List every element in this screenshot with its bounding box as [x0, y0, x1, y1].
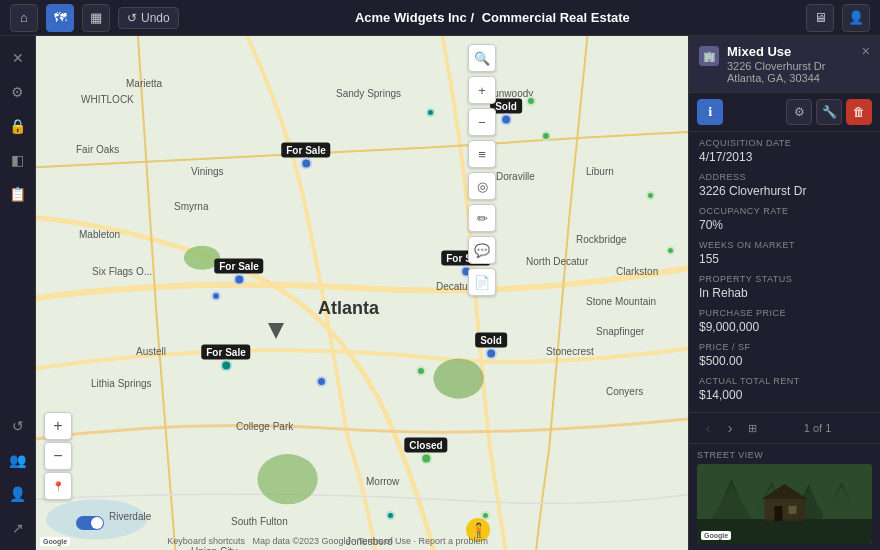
marker-label-forsale-2: For Sale [214, 259, 263, 274]
field-actual-rent: ACTUAL TOTAL RENT $14,000 [699, 376, 870, 402]
green-pin-1[interactable] [526, 96, 536, 106]
marker-forsale-2[interactable]: For Sale [214, 259, 263, 286]
blue-pin-1[interactable] [316, 376, 327, 387]
nav-count: 1 of 1 [763, 422, 872, 434]
value-occupancy: 70% [699, 218, 870, 232]
undo-button[interactable]: ↺ Undo [118, 7, 179, 29]
svg-point-2 [433, 358, 483, 398]
marker-pin-sold-1 [500, 114, 512, 126]
field-address: ADDRESS 3226 Cloverhurst Dr [699, 172, 870, 198]
field-property-status: PROPERTY STATUS In Rehab [699, 274, 870, 300]
label-actual-rent: ACTUAL TOTAL RENT [699, 376, 870, 386]
sidebar-layers-icon[interactable]: 📋 [4, 180, 32, 208]
sidebar-useradd-icon[interactable]: 👥 [4, 446, 32, 474]
property-info: Mixed Use 3226 Cloverhurst Dr Atlanta, G… [727, 44, 854, 84]
marker-pin-sold-2 [485, 348, 497, 360]
field-occupancy: OCCUPANCY RATE 70% [699, 206, 870, 232]
google-logo-sv: Google [701, 531, 731, 540]
field-purchase-price: PURCHASE PRICE $9,000,000 [699, 308, 870, 334]
map-tools: 🔍 + − ≡ ◎ ✏ 💬 📄 [468, 44, 496, 296]
location-btn[interactable]: 📍 [44, 472, 72, 500]
value-actual-rent: $14,000 [699, 388, 870, 402]
home-icon-btn[interactable]: ⌂ [10, 4, 38, 32]
panel-scroll[interactable]: ACQUISITION DATE 4/17/2013 ADDRESS 3226 … [689, 132, 880, 412]
zoom-out-btn[interactable]: − [44, 442, 72, 470]
toggle-area [76, 516, 104, 530]
sidebar-person-icon[interactable]: 👤 [4, 480, 32, 508]
person-icon-btn[interactable]: 👤 [842, 4, 870, 32]
sidebar-spacer [4, 214, 32, 406]
map-container[interactable]: Marietta Sandy Springs Dunwoody Smyrna V… [36, 36, 688, 550]
marker-label-closed: Closed [404, 438, 447, 453]
street-view-image[interactable]: Google [697, 464, 872, 544]
street-view-overlay: Google [701, 531, 731, 540]
marker-sold-2[interactable]: Sold [475, 333, 507, 360]
sidebar-settings-icon[interactable]: ⚙ [4, 78, 32, 106]
left-sidebar: ✕ ⚙ 🔒 ◧ 📋 ↺ 👥 👤 ↗ [0, 36, 36, 550]
marker-forsale-4[interactable]: For Sale [201, 345, 250, 372]
panel-header: 🏢 Mixed Use 3226 Cloverhurst Dr Atlanta,… [689, 36, 880, 93]
property-address: 3226 Cloverhurst Dr [727, 60, 854, 72]
marker-forsale-1[interactable]: For Sale [281, 143, 330, 170]
zoom-out-map-btn[interactable]: − [468, 108, 496, 136]
map-background: Marietta Sandy Springs Dunwoody Smyrna V… [36, 36, 688, 550]
teal-pin-2[interactable] [386, 511, 395, 520]
zoom-in-map-btn[interactable]: + [468, 76, 496, 104]
title-prefix: Acme Widgets Inc / [355, 10, 474, 25]
grid-icon-btn[interactable]: ▦ [82, 4, 110, 32]
panel-actions: ℹ ⚙ 🔧 🗑 [689, 93, 880, 132]
arrow-marker [268, 323, 284, 339]
delete-action-btn[interactable]: 🗑 [846, 99, 872, 125]
sidebar-wrench-icon[interactable]: ✕ [4, 44, 32, 72]
value-weeks-market: 155 [699, 252, 870, 266]
label-property-status: PROPERTY STATUS [699, 274, 870, 284]
layers-map-btn[interactable]: ≡ [468, 140, 496, 168]
blue-pin-2[interactable] [211, 291, 221, 301]
chat-map-btn[interactable]: 💬 [468, 236, 496, 264]
grid-nav-btn[interactable]: ⊞ [741, 417, 763, 439]
monitor-icon-btn[interactable]: 🖥 [806, 4, 834, 32]
tools-action-btn[interactable]: 🔧 [816, 99, 842, 125]
prev-nav-btn[interactable]: ‹ [697, 417, 719, 439]
map-svg [36, 36, 688, 550]
doc-map-btn[interactable]: 📄 [468, 268, 496, 296]
right-panel: 🏢 Mixed Use 3226 Cloverhurst Dr Atlanta,… [688, 36, 880, 550]
value-purchase-price: $9,000,000 [699, 320, 870, 334]
settings-action-btn[interactable]: ⚙ [786, 99, 812, 125]
next-nav-btn[interactable]: › [719, 417, 741, 439]
svg-rect-14 [765, 499, 805, 521]
value-price-sf: $500.00 [699, 354, 870, 368]
sidebar-building-icon[interactable]: ◧ [4, 146, 32, 174]
label-occupancy: OCCUPANCY RATE [699, 206, 870, 216]
green-pin-6[interactable] [416, 366, 426, 376]
search-map-btn[interactable]: 🔍 [468, 44, 496, 72]
zoom-controls: + − 📍 [44, 412, 72, 500]
sidebar-lock-icon[interactable]: 🔒 [4, 112, 32, 140]
teal-pin-1[interactable] [426, 108, 435, 117]
sidebar-arrow-icon[interactable]: ↺ [4, 412, 32, 440]
property-city: Atlanta, GA, 30344 [727, 72, 854, 84]
label-acquisition-date: ACQUISITION DATE [699, 138, 870, 148]
marker-closed[interactable]: Closed [404, 438, 447, 465]
location-map-btn[interactable]: ◎ [468, 172, 496, 200]
close-panel-button[interactable]: × [862, 44, 870, 58]
edit-map-btn[interactable]: ✏ [468, 204, 496, 232]
panel-nav: ‹ › ⊞ 1 of 1 [689, 412, 880, 444]
property-icon: 🏢 [699, 46, 719, 66]
value-address: 3226 Cloverhurst Dr [699, 184, 870, 198]
svg-rect-16 [775, 506, 783, 521]
map-toggle[interactable] [76, 516, 104, 530]
green-pin-2[interactable] [541, 131, 551, 141]
zoom-in-btn[interactable]: + [44, 412, 72, 440]
info-action-btn[interactable]: ℹ [697, 99, 723, 125]
marker-pin-closed [420, 453, 432, 465]
marker-label-sold-2: Sold [475, 333, 507, 348]
map-copyright: Keyboard shortcuts Map data ©2023 Google… [167, 536, 488, 546]
green-pin-3[interactable] [646, 191, 655, 200]
marker-arrow[interactable] [268, 323, 284, 339]
sidebar-share-icon[interactable]: ↗ [4, 514, 32, 542]
map-icon-btn[interactable]: 🗺 [46, 4, 74, 32]
field-price-sf: PRICE / SF $500.00 [699, 342, 870, 368]
topbar: ⌂ 🗺 ▦ ↺ Undo Acme Widgets Inc / Commerci… [0, 0, 880, 36]
green-pin-4[interactable] [666, 246, 675, 255]
